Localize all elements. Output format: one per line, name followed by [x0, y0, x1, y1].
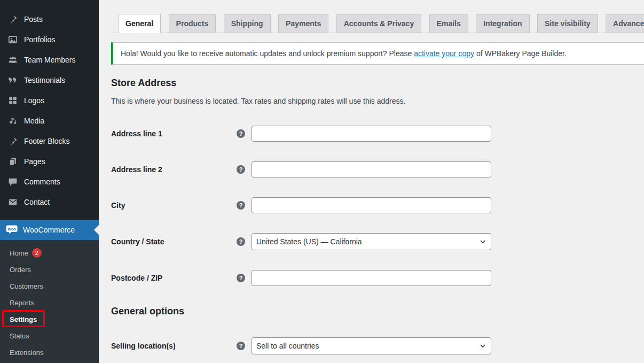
help-icon[interactable]: ?: [237, 342, 245, 350]
settings-tabs: General Products Shipping Payments Accou…: [111, 14, 644, 33]
city-input[interactable]: [252, 197, 491, 213]
settings-content: General Products Shipping Payments Accou…: [99, 0, 644, 363]
sidebar-item-portfolios[interactable]: Portfolios: [0, 29, 99, 50]
field-label: Address line 2: [111, 165, 237, 174]
help-icon[interactable]: ?: [237, 129, 245, 138]
submenu-item-label: Orders: [10, 266, 31, 274]
field-row-address-line-2: Address line 2 ?: [111, 161, 644, 177]
submenu-item-label: Extensions: [10, 349, 44, 357]
help-icon[interactable]: ?: [237, 237, 245, 246]
sidebar-item-label: Posts: [24, 15, 43, 24]
pushpin-icon: [7, 14, 18, 25]
sidebar-item-team-members[interactable]: Team Members: [0, 50, 99, 70]
tab-products[interactable]: Products: [169, 14, 216, 33]
pushpin-icon: [7, 136, 18, 146]
wpbakery-activation-notice: Hola! Would you like to receive automati…: [111, 42, 644, 65]
submenu-item-orders[interactable]: Orders: [0, 261, 99, 278]
field-label: Postcode / ZIP: [111, 274, 237, 282]
submenu-item-settings[interactable]: Settings: [0, 311, 99, 328]
tab-emails[interactable]: Emails: [429, 14, 468, 33]
sidebar-item-testimonials[interactable]: Testimonials: [0, 70, 99, 90]
postcode-zip-input[interactable]: [252, 270, 491, 286]
sidebar-item-label: Comments: [24, 177, 60, 186]
sidebar-item-contact[interactable]: Contact: [0, 192, 99, 212]
sidebar-item-footer-blocks[interactable]: Footer Blocks: [0, 131, 99, 151]
submenu-item-label: Reports: [10, 299, 34, 307]
tab-accounts-privacy[interactable]: Accounts & Privacy: [336, 14, 422, 33]
sidebar-item-label: Footer Blocks: [24, 137, 70, 145]
tab-advanced[interactable]: Advanced: [606, 14, 644, 33]
image-icon: [7, 34, 18, 45]
submenu-item-reports[interactable]: Reports: [0, 295, 99, 311]
sidebar-item-label: Media: [24, 117, 44, 125]
notification-badge: 2: [32, 248, 42, 258]
sidebar-item-comments[interactable]: Comments: [0, 172, 99, 192]
submenu-item-extensions[interactable]: Extensions: [0, 344, 99, 361]
field-row-postcode-zip: Postcode / ZIP ?: [111, 270, 644, 286]
submenu-item-customers[interactable]: Customers: [0, 278, 99, 295]
sidebar-item-label: Pages: [24, 157, 45, 166]
submenu-item-home[interactable]: Home2: [0, 245, 99, 261]
woocommerce-logo-icon: Woo: [6, 224, 18, 236]
address-line-1-input[interactable]: [252, 126, 491, 142]
general-options-heading: General options: [111, 306, 644, 317]
tab-shipping[interactable]: Shipping: [224, 14, 271, 33]
sidebar-item-label: Contact: [24, 198, 50, 206]
tab-general[interactable]: General: [118, 14, 161, 33]
pages-icon: [7, 156, 18, 167]
help-icon[interactable]: ?: [237, 274, 245, 282]
field-label: City: [111, 201, 237, 210]
country-state-select[interactable]: United States (US) — California: [252, 233, 491, 250]
sidebar-item-posts[interactable]: Posts: [0, 9, 99, 29]
activate-copy-link[interactable]: activate your copy: [414, 49, 474, 58]
sidebar-item-label: Team Members: [24, 56, 75, 64]
help-icon[interactable]: ?: [237, 165, 245, 174]
sidebar-item-logos[interactable]: Logos: [0, 90, 99, 111]
field-row-country-state: Country / State ? United States (US) — C…: [111, 233, 644, 250]
grid-icon: [7, 95, 18, 106]
submenu-item-label: Home: [10, 249, 28, 257]
sidebar-item-woocommerce[interactable]: Woo WooCommerce: [0, 220, 99, 240]
store-address-description: This is where your business is located. …: [111, 97, 644, 105]
tab-payments[interactable]: Payments: [278, 14, 328, 33]
submenu-item-label: Customers: [10, 282, 43, 290]
current-menu-arrow-icon: [89, 225, 99, 235]
sidebar-item-label: WooCommerce: [23, 226, 75, 234]
field-label: Selling location(s): [111, 342, 237, 350]
tab-site-visibility[interactable]: Site visibility: [537, 14, 598, 33]
field-label: Country / State: [111, 237, 237, 246]
tab-integration[interactable]: Integration: [476, 14, 529, 33]
submenu-item-label: Status: [10, 332, 29, 340]
submenu-item-label: Settings: [10, 315, 37, 323]
woocommerce-submenu: Home2 Orders Customers Reports Settings …: [0, 240, 99, 363]
field-row-city: City ?: [111, 197, 644, 213]
notice-text: Hola! Would you like to receive automati…: [121, 49, 414, 58]
sidebar-item-label: Testimonials: [24, 76, 65, 84]
store-address-heading: Store Address: [111, 78, 644, 89]
sidebar-item-media[interactable]: Media: [0, 111, 99, 131]
admin-sidebar: Posts Portfolios Team Members Testimonia…: [0, 0, 99, 363]
field-row-selling-locations: Selling location(s) ? Sell to all countr…: [111, 337, 644, 354]
help-icon[interactable]: ?: [237, 201, 245, 210]
field-row-address-line-1: Address line 1 ?: [111, 126, 644, 142]
submenu-item-status[interactable]: Status: [0, 328, 99, 344]
sidebar-item-pages[interactable]: Pages: [0, 151, 99, 172]
woocommerce-settings-page: Posts Portfolios Team Members Testimonia…: [0, 0, 644, 363]
sidebar-item-label: Logos: [24, 96, 44, 105]
envelope-icon: [7, 197, 18, 207]
address-line-2-input[interactable]: [252, 161, 491, 177]
quote-icon: [7, 75, 18, 86]
selling-locations-select[interactable]: Sell to all countries: [252, 337, 491, 354]
groups-icon: [7, 55, 18, 65]
media-icon: [7, 115, 18, 126]
field-label: Address line 1: [111, 129, 237, 138]
comment-icon: [7, 176, 18, 187]
sidebar-item-label: Portfolios: [24, 35, 55, 44]
svg-text:Woo: Woo: [7, 226, 16, 231]
notice-text: of WPBakery Page Builder.: [474, 49, 567, 58]
